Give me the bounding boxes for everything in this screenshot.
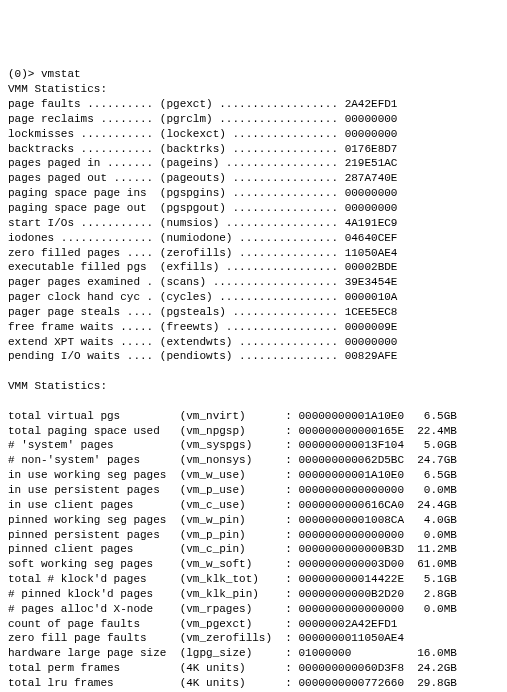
- stat2-row-1: total paging space used (vm_npgsp) : 000…: [8, 424, 499, 439]
- stat2-row-8: pinned persistent pages (vm_p_pin) : 000…: [8, 528, 499, 543]
- stat1-row-16: extend XPT waits ..... (extendwts) .....…: [8, 335, 499, 350]
- stat1-row-15: free frame waits ..... (freewts) .......…: [8, 320, 499, 335]
- command-prompt: (0)> vmstat: [8, 67, 499, 82]
- stat1-row-1: page reclaims ........ (pgrclm) ........…: [8, 112, 499, 127]
- stat1-row-2: lockmisses ........... (lockexct) ......…: [8, 127, 499, 142]
- stat1-row-6: paging space page ins (pgspgins) .......…: [8, 186, 499, 201]
- stat2-row-10: soft working seg pages (vm_w_soft) : 000…: [8, 557, 499, 572]
- stat1-row-10: zero filled pages .... (zerofills) .....…: [8, 246, 499, 261]
- stat1-row-0: page faults .......... (pgexct) ........…: [8, 97, 499, 112]
- blank: [8, 364, 499, 379]
- stat1-row-8: start I/Os ........... (numsios) .......…: [8, 216, 499, 231]
- stat1-row-13: pager clock hand cyc . (cycles) ........…: [8, 290, 499, 305]
- section2-title: VMM Statistics:: [8, 379, 499, 394]
- stat2-row-14: count of page faults (vm_pgexct) : 00000…: [8, 617, 499, 632]
- stat1-row-14: pager page steals .... (pgsteals) ......…: [8, 305, 499, 320]
- stat2-row-13: # pages alloc'd X-node (vm_rpages) : 000…: [8, 602, 499, 617]
- stat2-row-6: in use client pages (vm_c_use) : 0000000…: [8, 498, 499, 513]
- blank: [8, 394, 499, 409]
- stat2-row-7: pinned working seg pages (vm_w_pin) : 00…: [8, 513, 499, 528]
- stat1-row-5: pages paged out ...... (pageouts) ......…: [8, 171, 499, 186]
- stat2-row-17: total perm frames (4K units) : 000000000…: [8, 661, 499, 676]
- stat2-row-0: total virtual pgs (vm_nvirt) : 000000000…: [8, 409, 499, 424]
- stat2-row-9: pinned client pages (vm_c_pin) : 0000000…: [8, 542, 499, 557]
- stat2-row-2: # 'system' pages (vm_syspgs) : 000000000…: [8, 438, 499, 453]
- section1-title: VMM Statistics:: [8, 82, 499, 97]
- stat2-row-16: hardware large page size (lgpg_size) : 0…: [8, 646, 499, 661]
- stat2-row-4: in use working seg pages (vm_w_use) : 00…: [8, 468, 499, 483]
- stat1-row-11: executable filled pgs (exfills) ........…: [8, 260, 499, 275]
- stat2-row-3: # non-'system' pages (vm_nonsys) : 00000…: [8, 453, 499, 468]
- stat2-row-11: total # klock'd pages (vm_klk_tot) : 000…: [8, 572, 499, 587]
- stat2-row-18: total lru frames (4K units) : 0000000000…: [8, 676, 499, 691]
- stat1-row-17: pending I/O waits .... (pendiowts) .....…: [8, 349, 499, 364]
- stat2-row-15: zero fill page faults (vm_zerofills) : 0…: [8, 631, 499, 646]
- stat1-row-4: pages paged in ....... (pageins) .......…: [8, 156, 499, 171]
- stat1-row-7: paging space page out (pgspgout) .......…: [8, 201, 499, 216]
- stat2-row-5: in use persistent pages (vm_p_use) : 000…: [8, 483, 499, 498]
- stat1-row-9: iodones .............. (numiodone) .....…: [8, 231, 499, 246]
- stat2-row-12: # pinned klock'd pages (vm_klk_pin) : 00…: [8, 587, 499, 602]
- stat1-row-3: backtracks ........... (backtrks) ......…: [8, 142, 499, 157]
- stat1-row-12: pager pages examined . (scans) .........…: [8, 275, 499, 290]
